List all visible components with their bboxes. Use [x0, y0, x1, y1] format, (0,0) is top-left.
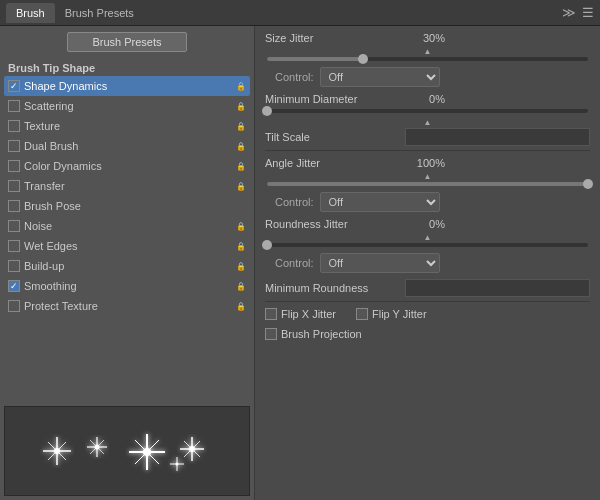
brush-list-item-noise[interactable]: Noise🔒 — [4, 216, 250, 236]
svg-point-9 — [95, 444, 100, 449]
brush-list-item-dual-brush[interactable]: Dual Brush🔒 — [4, 136, 250, 156]
brush-list-item-protect-texture[interactable]: Protect Texture🔒 — [4, 296, 250, 316]
sparkle-preview — [17, 409, 237, 494]
checkbox-transfer[interactable] — [8, 180, 20, 192]
checkbox-color-dynamics[interactable] — [8, 160, 20, 172]
control-select-3[interactable]: Off Fade Pen Pressure Pen Tilt Stylus Wh… — [320, 253, 440, 273]
svg-point-19 — [189, 446, 195, 452]
brush-list-item-wet-edges[interactable]: Wet Edges🔒 — [4, 236, 250, 256]
lock-icon-texture: 🔒 — [236, 122, 246, 131]
brush-projection-label: Brush Projection — [281, 328, 362, 340]
angle-jitter-label: Angle Jitter — [265, 157, 405, 169]
min-roundness-row: Minimum Roundness — [265, 279, 590, 297]
size-jitter-value: 30% — [405, 32, 445, 44]
angle-jitter-row: Angle Jitter 100% — [265, 157, 590, 169]
label-build-up: Build-up — [24, 260, 232, 272]
control-label-1: Control: — [275, 71, 314, 83]
checkbox-noise[interactable] — [8, 220, 20, 232]
flip-x-checkbox[interactable] — [265, 308, 277, 320]
control-label-2: Control: — [275, 196, 314, 208]
tab-bar: Brush Brush Presets ≫ ☰ — [0, 0, 600, 26]
section-brush-tip-shape: Brush Tip Shape — [0, 58, 254, 76]
svg-point-4 — [54, 448, 60, 454]
checkbox-wet-edges[interactable] — [8, 240, 20, 252]
label-smoothing: Smoothing — [24, 280, 232, 292]
brush-list-item-scattering[interactable]: Scattering🔒 — [4, 96, 250, 116]
brush-projection-row: Brush Projection — [265, 328, 590, 340]
menu-icon[interactable]: ☰ — [582, 5, 594, 20]
control-select-2[interactable]: Off Fade Pen Pressure Pen Tilt Stylus Wh… — [320, 192, 440, 212]
label-wet-edges: Wet Edges — [24, 240, 232, 252]
label-noise: Noise — [24, 220, 232, 232]
brush-list: ✓Shape Dynamics🔒Scattering🔒Texture🔒Dual … — [0, 76, 254, 402]
label-dual-brush: Dual Brush — [24, 140, 232, 152]
brush-list-item-texture[interactable]: Texture🔒 — [4, 116, 250, 136]
angle-jitter-value: 100% — [405, 157, 445, 169]
control-row-3: Control: Off Fade Pen Pressure Pen Tilt … — [265, 253, 590, 273]
size-jitter-marker: ▲ — [265, 48, 590, 56]
label-shape-dynamics: Shape Dynamics — [24, 80, 232, 92]
svg-point-14 — [143, 448, 151, 456]
svg-point-22 — [176, 462, 179, 465]
label-color-dynamics: Color Dynamics — [24, 160, 232, 172]
brush-list-item-transfer[interactable]: Transfer🔒 — [4, 176, 250, 196]
brush-list-item-brush-pose[interactable]: Brush Pose — [4, 196, 250, 216]
angle-jitter-marker: ▲ — [265, 173, 590, 181]
right-panel: Size Jitter 30% ▲ Control: Off Fade Pen … — [255, 26, 600, 500]
brush-presets-button[interactable]: Brush Presets — [67, 32, 187, 52]
tilt-scale-row: Tilt Scale — [265, 128, 590, 146]
label-brush-pose: Brush Pose — [24, 200, 246, 212]
roundness-jitter-slider[interactable] — [265, 243, 590, 247]
min-diameter-slider[interactable] — [265, 109, 590, 113]
min-roundness-input[interactable] — [405, 279, 590, 297]
min-diameter-value: 0% — [405, 93, 445, 105]
flip-y-row: Flip Y Jitter — [356, 308, 427, 320]
tilt-scale-marker: ▲ — [265, 119, 590, 127]
tilt-scale-input[interactable] — [405, 128, 590, 146]
control-select-1[interactable]: Off Fade Pen Pressure Pen Tilt Stylus Wh… — [320, 67, 440, 87]
brush-preview — [4, 406, 250, 496]
left-panel: Brush Presets Brush Tip Shape ✓Shape Dyn… — [0, 26, 255, 500]
flip-y-label: Flip Y Jitter — [372, 308, 427, 320]
size-jitter-slider[interactable] — [265, 57, 590, 61]
flip-x-label: Flip X Jitter — [281, 308, 336, 320]
flip-y-checkbox[interactable] — [356, 308, 368, 320]
size-jitter-label: Size Jitter — [265, 32, 405, 44]
checkbox-build-up[interactable] — [8, 260, 20, 272]
expand-icon[interactable]: ≫ — [562, 5, 576, 20]
roundness-jitter-label: Roundness Jitter — [265, 218, 405, 230]
label-protect-texture: Protect Texture — [24, 300, 232, 312]
size-jitter-row: Size Jitter 30% — [265, 32, 590, 44]
min-diameter-label: Minimum Diameter — [265, 93, 405, 105]
checkbox-scattering[interactable] — [8, 100, 20, 112]
brush-list-item-build-up[interactable]: Build-up🔒 — [4, 256, 250, 276]
min-roundness-label: Minimum Roundness — [265, 282, 405, 294]
roundness-jitter-value: 0% — [405, 218, 445, 230]
lock-icon-protect-texture: 🔒 — [236, 302, 246, 311]
checkbox-brush-pose[interactable] — [8, 200, 20, 212]
checkbox-smoothing[interactable]: ✓ — [8, 280, 20, 292]
tab-brush[interactable]: Brush — [6, 3, 55, 23]
label-transfer: Transfer — [24, 180, 232, 192]
lock-icon-smoothing: 🔒 — [236, 282, 246, 291]
label-scattering: Scattering — [24, 100, 232, 112]
control-row-2: Control: Off Fade Pen Pressure Pen Tilt … — [265, 192, 590, 212]
brush-list-item-smoothing[interactable]: ✓Smoothing🔒 — [4, 276, 250, 296]
checkbox-protect-texture[interactable] — [8, 300, 20, 312]
divider-1 — [265, 150, 590, 151]
tab-brush-presets[interactable]: Brush Presets — [55, 3, 144, 23]
checkbox-dual-brush[interactable] — [8, 140, 20, 152]
brush-list-item-shape-dynamics[interactable]: ✓Shape Dynamics🔒 — [4, 76, 250, 96]
angle-jitter-slider[interactable] — [265, 182, 590, 186]
checkbox-shape-dynamics[interactable]: ✓ — [8, 80, 20, 92]
lock-icon-color-dynamics: 🔒 — [236, 162, 246, 171]
checkbox-texture[interactable] — [8, 120, 20, 132]
brush-projection-checkbox[interactable] — [265, 328, 277, 340]
lock-icon-build-up: 🔒 — [236, 262, 246, 271]
lock-icon-noise: 🔒 — [236, 222, 246, 231]
tilt-scale-label: Tilt Scale — [265, 131, 405, 143]
roundness-jitter-marker: ▲ — [265, 234, 590, 242]
roundness-jitter-row: Roundness Jitter 0% — [265, 218, 590, 230]
brush-list-item-color-dynamics[interactable]: Color Dynamics🔒 — [4, 156, 250, 176]
lock-icon-wet-edges: 🔒 — [236, 242, 246, 251]
